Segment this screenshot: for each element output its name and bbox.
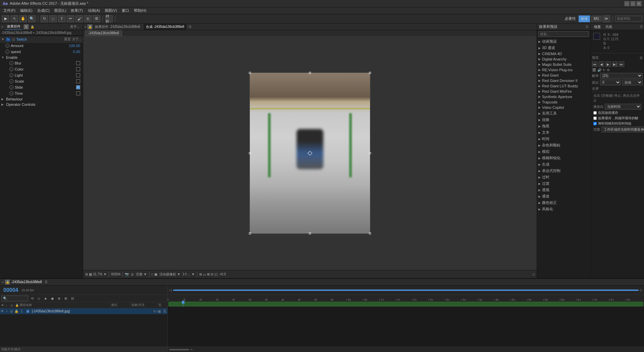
- viewer-mode[interactable]: 完整 ▼: [136, 272, 147, 277]
- play-button[interactable]: ▶: [2, 15, 9, 22]
- about-button[interactable]: 关于...: [72, 37, 82, 42]
- end-btn[interactable]: □: [533, 272, 535, 276]
- cat-obsolete[interactable]: ▶ 过时: [537, 174, 590, 180]
- active-file-tab[interactable]: -2435da136cb388e8: [85, 30, 122, 36]
- workspace-standard[interactable]: 标准: [579, 15, 590, 22]
- timeline-work-area[interactable]: [173, 290, 639, 291]
- menu-help[interactable]: 帮助(H): [132, 7, 148, 14]
- speed-value[interactable]: 5.00: [73, 50, 80, 54]
- grid-icon2[interactable]: ⚏: [203, 272, 206, 276]
- selection-tool[interactable]: ↖: [11, 15, 18, 22]
- timeline-ctrl-4[interactable]: ◉: [50, 296, 55, 301]
- timeline-menu-icon[interactable]: ≡: [2, 280, 4, 284]
- enable-section-header[interactable]: ▼ Enable: [0, 55, 83, 60]
- cat-magic-bullet[interactable]: ▶ Magic Bullet Suite: [537, 62, 590, 67]
- channels-dropdown[interactable]: ▼: [192, 272, 195, 276]
- amount-value[interactable]: 100.00: [69, 44, 80, 48]
- viewer-snapshot[interactable]: 📷: [125, 272, 129, 276]
- tab-fx[interactable]: 关于...: [68, 24, 82, 30]
- menu-animation[interactable]: 动画(A): [86, 7, 102, 14]
- pen-tool[interactable]: ✏: [67, 15, 74, 22]
- cat-time[interactable]: ▶ 时间: [537, 136, 590, 142]
- audio-icon[interactable]: 🔊: [597, 68, 601, 72]
- hand-tool[interactable]: ✋: [19, 15, 27, 22]
- cat-red-giant[interactable]: ▶ Red Giant: [537, 73, 590, 78]
- behaviour-section[interactable]: ▶ Behaviour: [0, 96, 83, 102]
- timeline-zoom-slider[interactable]: [169, 349, 189, 350]
- handle-bottom-center[interactable]: [309, 232, 311, 234]
- viewer-zoom[interactable]: 31.7%: [93, 272, 102, 276]
- cat-rg-lut[interactable]: ▶ Red Giant LUT Buddy: [537, 83, 590, 89]
- loop-checkbox[interactable]: [593, 117, 597, 120]
- timeline-options[interactable]: ☰: [45, 280, 48, 284]
- help-search[interactable]: [615, 16, 642, 21]
- rotate-tool[interactable]: ↻: [41, 15, 48, 22]
- menu-view[interactable]: 视图(V): [103, 7, 119, 14]
- info-menu[interactable]: ☰: [640, 25, 643, 29]
- timeline-zoom-out[interactable]: -: [192, 348, 193, 351]
- restore-button[interactable]: □: [631, 1, 635, 6]
- cat-digital-anarchy[interactable]: ▶ Digital Anarchy: [537, 56, 590, 62]
- video-icon[interactable]: 🎬: [592, 68, 596, 72]
- cat-cinema4d[interactable]: ▶ CINEMA 4D: [537, 51, 590, 56]
- timeline-out-point[interactable]: ▷: [640, 288, 643, 292]
- region-icon[interactable]: ⊞: [199, 272, 202, 276]
- layer-solo[interactable]: ◎: [9, 308, 14, 314]
- align-tool[interactable]: 对折: [105, 15, 113, 22]
- cat-generate[interactable]: ▶ 生成: [537, 161, 590, 168]
- menu-edit[interactable]: 编辑(E): [18, 7, 35, 14]
- menu-effects[interactable]: 效果(T): [69, 7, 85, 14]
- cat-video-copilot[interactable]: ▶ Video Copilot: [537, 105, 590, 110]
- viewer-channels[interactable]: 1个... ▼: [182, 272, 195, 277]
- preview-next-button[interactable]: ▶|: [612, 61, 618, 67]
- timeline-tab[interactable]: -2435da136cb388e8: [11, 280, 42, 284]
- preview-last-button[interactable]: ⏭: [619, 61, 624, 67]
- cat-blur[interactable]: ▶ 模糊和锐化: [537, 155, 590, 161]
- effect-expand-icon[interactable]: ▼: [1, 38, 4, 41]
- slide-checkbox[interactable]: ✓: [76, 85, 80, 89]
- info-tab-audio[interactable]: 高频: [603, 24, 614, 30]
- cat-text[interactable]: ▶ 文本: [537, 129, 590, 136]
- handle-top-right[interactable]: [369, 72, 371, 74]
- auto-select[interactable]: 自动: [622, 80, 643, 85]
- cat-distort[interactable]: ▶ 扭曲: [537, 117, 590, 123]
- cat-3d[interactable]: ▶ 3D 通道: [537, 45, 590, 51]
- preview-play-button[interactable]: ▶: [605, 61, 611, 67]
- viewer-camera[interactable]: 活动摄像机 ▼: [159, 272, 180, 277]
- minimize-button[interactable]: ─: [625, 1, 629, 6]
- cat-transition[interactable]: ▶ 过渡: [537, 180, 590, 187]
- blur-checkbox[interactable]: [76, 61, 80, 65]
- timeline-ctrl-2[interactable]: ◇: [36, 296, 42, 301]
- text-tool[interactable]: T: [58, 15, 65, 22]
- handle-top-center[interactable]: [309, 72, 311, 74]
- mask-icon[interactable]: ◫: [214, 272, 217, 276]
- timeline-ctrl-3[interactable]: ◈: [43, 296, 48, 301]
- viewer-color-icon[interactable]: ◎: [131, 272, 134, 276]
- layer-vis[interactable]: 👁: [0, 308, 5, 314]
- clone-tool[interactable]: ⎘: [84, 15, 92, 22]
- view-mode-dropdown[interactable]: ▼: [144, 272, 147, 276]
- timeline-ctrl-1[interactable]: ⟲: [30, 296, 35, 301]
- time-checkbox[interactable]: [76, 91, 80, 95]
- workspace-more[interactable]: ≫: [603, 15, 610, 22]
- comp-options[interactable]: ☰: [189, 25, 192, 29]
- close-button[interactable]: ✕: [637, 1, 641, 6]
- move-time-checkbox[interactable]: [593, 122, 597, 125]
- handle-bottom-right[interactable]: [369, 232, 371, 234]
- switch-blend[interactable]: ▦: [158, 310, 161, 313]
- loop-icon[interactable]: ↻: [603, 68, 605, 72]
- operator-controls-section[interactable]: ▶ Operator Controls: [0, 102, 83, 107]
- layer-row[interactable]: 👁 ♪ ◎ 🔒 1 [-2435da136cb388e8.jpg] fx /: [0, 308, 167, 314]
- timeline-lock[interactable]: 🔒: [5, 280, 10, 284]
- viewer-snap-icons[interactable]: ⊞ ▦ 31.7% ▼: [85, 272, 107, 276]
- cat-channel[interactable]: ▶ 通道: [537, 193, 590, 200]
- current-time-display[interactable]: 00004: [1, 287, 20, 294]
- settings-icon[interactable]: ⚙: [607, 68, 610, 72]
- handle-middle-left[interactable]: [249, 152, 251, 154]
- skip-select[interactable]: 0: [600, 80, 621, 85]
- timeline-ctrl-7[interactable]: ⊟: [70, 296, 75, 301]
- cat-rg-denoiser[interactable]: ▶ Red Giant Denoiser II: [537, 78, 590, 83]
- menu-layer[interactable]: 图层(L): [52, 7, 68, 14]
- timeline-ctrl-6[interactable]: ⊞: [63, 296, 68, 301]
- cat-stylize[interactable]: ▶ 风格化: [537, 206, 590, 212]
